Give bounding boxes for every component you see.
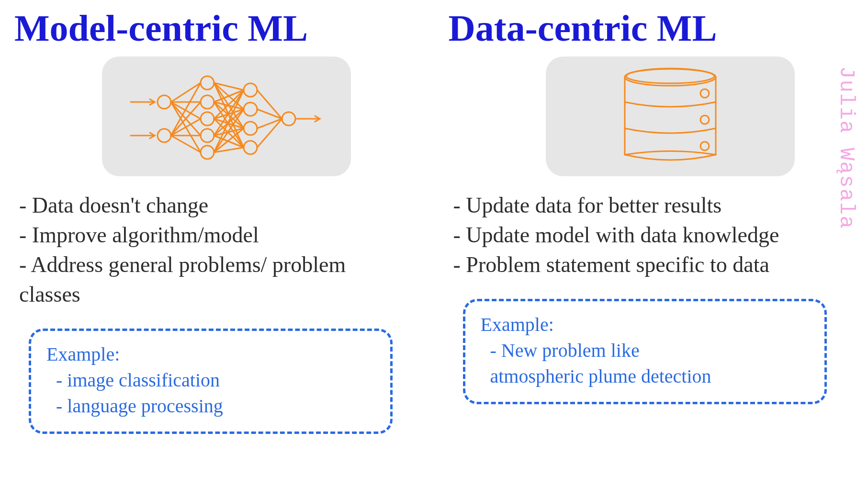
svg-point-5 — [201, 95, 214, 109]
svg-point-8 — [201, 146, 214, 159]
svg-point-2 — [158, 95, 171, 109]
example-label: Example: — [481, 312, 809, 338]
bullet-item: - Address general problems/ problem clas… — [19, 250, 402, 309]
svg-point-50 — [626, 69, 714, 83]
svg-point-9 — [244, 83, 257, 97]
svg-point-53 — [700, 89, 709, 98]
example-label: Example: — [46, 341, 375, 367]
svg-point-55 — [700, 142, 709, 150]
column-model-centric: Model-centric ML — [14, 9, 420, 486]
diagram-root: Model-centric ML — [0, 0, 868, 500]
database-panel — [546, 57, 795, 176]
database-icon — [608, 64, 733, 169]
bullet-item: - Problem statement specific to data — [453, 250, 836, 280]
illustration-wrap-left — [14, 57, 420, 191]
example-item: atmospheric plume detection — [481, 364, 809, 389]
svg-point-6 — [201, 112, 214, 125]
svg-point-54 — [700, 115, 709, 124]
svg-line-15 — [171, 83, 201, 102]
bullets-data-centric: - Update data for better results - Updat… — [453, 191, 836, 280]
bullet-item: - Data doesn't change — [19, 191, 402, 220]
neural-network-panel — [102, 57, 351, 176]
title-data-centric: Data-centric ML — [449, 9, 854, 48]
example-box-model-centric: Example: - image classification - langua… — [29, 329, 393, 434]
title-model-centric: Model-centric ML — [14, 9, 420, 48]
svg-point-7 — [201, 129, 214, 142]
example-item: - language processing — [46, 393, 375, 419]
svg-point-11 — [244, 122, 257, 135]
illustration-wrap-right — [449, 57, 854, 191]
bullet-item: - Improve algorithm/model — [19, 220, 402, 250]
svg-point-4 — [201, 76, 214, 90]
svg-point-12 — [244, 141, 257, 154]
author-credit: Julia Wąsala — [834, 66, 858, 229]
example-item: - New problem like — [481, 338, 809, 364]
bullet-item: - Update model with data knowledge — [453, 220, 836, 250]
svg-point-13 — [282, 112, 295, 125]
svg-point-10 — [244, 102, 257, 116]
bullet-item: - Update data for better results — [453, 191, 836, 220]
bullets-model-centric: - Data doesn't change - Improve algorith… — [19, 191, 402, 309]
neural-network-icon — [126, 68, 327, 164]
example-item: - image classification — [46, 367, 375, 393]
example-box-data-centric: Example: - New problem like atmospheric … — [463, 299, 827, 404]
column-data-centric: Data-centric ML Julia Wąsala — [449, 9, 854, 486]
svg-point-3 — [158, 129, 171, 142]
